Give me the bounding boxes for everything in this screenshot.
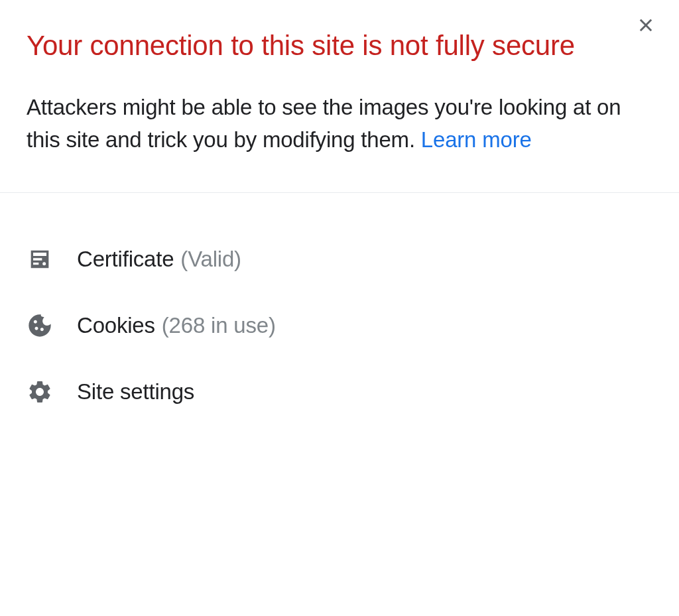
learn-more-link[interactable]: Learn more: [421, 127, 532, 152]
site-settings-item[interactable]: Site settings: [27, 359, 652, 425]
cookies-status: (268 in use): [162, 313, 276, 338]
security-warning-title: Your connection to this site is not full…: [27, 27, 652, 66]
site-info-popup: Your connection to this site is not full…: [0, 0, 679, 425]
close-icon: [637, 16, 655, 37]
cookie-icon: [27, 312, 53, 339]
certificate-icon: [27, 246, 53, 273]
close-button[interactable]: [634, 15, 658, 38]
certificate-item[interactable]: Certificate (Valid): [27, 226, 652, 292]
certificate-label: Certificate: [77, 247, 174, 272]
description-text: Attackers might be able to see the image…: [27, 95, 621, 153]
security-warning-description: Attackers might be able to see the image…: [27, 91, 652, 156]
cookies-item[interactable]: Cookies (268 in use): [27, 292, 652, 359]
gear-icon: [27, 379, 53, 405]
site-info-items: Certificate (Valid) Cookies (268 in use)…: [27, 193, 652, 425]
cookies-label: Cookies: [77, 313, 155, 338]
site-settings-label: Site settings: [77, 379, 194, 404]
certificate-status: (Valid): [180, 247, 241, 272]
